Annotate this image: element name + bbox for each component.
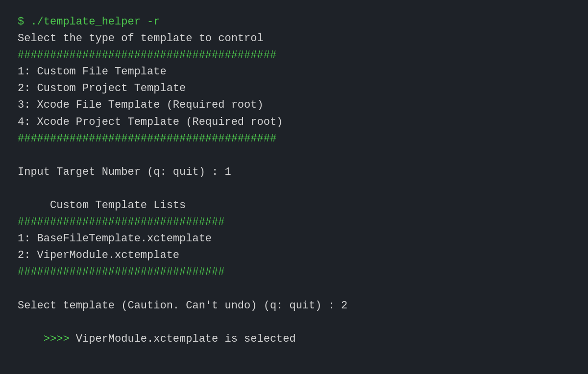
- empty-line-3: [18, 281, 570, 298]
- template1-line: 1: BaseFileTemplate.xctemplate: [18, 231, 570, 247]
- select-type-line: Select the type of template to control: [18, 30, 570, 47]
- command-line: $ ./template_helper -r: [18, 14, 570, 30]
- custom-lists-label-line: Custom Template Lists: [18, 197, 570, 214]
- template2-line: 2: ViperModule.xctemplate: [18, 247, 570, 264]
- option2-line: 2: Custom Project Template: [18, 80, 570, 97]
- selected-text: ViperModule.xctemplate is selected: [70, 333, 296, 345]
- select-template-line: Select template (Caution. Can't undo) (q…: [18, 298, 570, 314]
- divider4-line: ################################: [18, 264, 570, 280]
- divider1-line: ########################################: [18, 47, 570, 64]
- empty-line-2: [18, 181, 570, 197]
- input-number-line: Input Target Number (q: quit) : 1: [18, 164, 570, 181]
- divider3-line: ################################: [18, 214, 570, 231]
- option4-line: 4: Xcode Project Template (Required root…: [18, 114, 570, 131]
- dots-msg-line: >>>> .....: [18, 364, 570, 374]
- empty-line-1: [18, 147, 570, 164]
- option1-line: 1: Custom File Template: [18, 64, 570, 80]
- selected-msg-line: >>>> ViperModule.xctemplate is selected: [18, 314, 570, 364]
- option3-line: 3: Xcode File Template (Required root): [18, 97, 570, 114]
- terminal-output: $ ./template_helper -r Select the type o…: [18, 14, 570, 360]
- arrow-green-1: >>>>: [44, 333, 70, 345]
- divider2-line: ########################################: [18, 131, 570, 147]
